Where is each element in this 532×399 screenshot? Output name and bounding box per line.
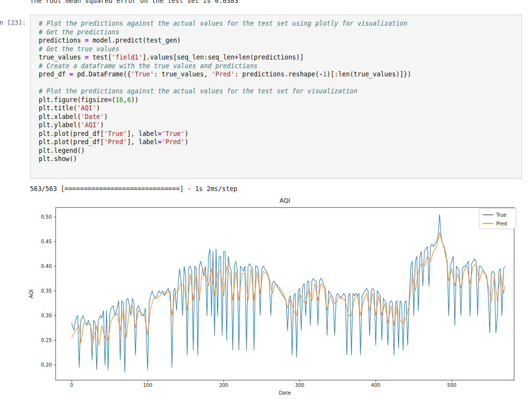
code-line: predictions = model.predict(test_gen) bbox=[39, 36, 521, 45]
code-line: plt.plot(pred_df['Pred'], label='Pred') bbox=[39, 138, 521, 147]
x-axis: 0100200300400500 bbox=[70, 380, 457, 388]
legend-label: Pred bbox=[496, 221, 507, 226]
svg-text:400: 400 bbox=[371, 383, 380, 388]
x-axis-label: Date bbox=[279, 390, 291, 396]
stdout-rmse-text: The root mean squared error on the test … bbox=[30, 0, 238, 4]
code-line bbox=[39, 79, 521, 88]
legend-label: True bbox=[496, 212, 506, 218]
chart-title: AQI bbox=[280, 197, 290, 204]
svg-text:200: 200 bbox=[219, 383, 228, 388]
legend: TruePred bbox=[479, 208, 516, 229]
svg-text:0.25: 0.25 bbox=[41, 338, 52, 343]
code-area[interactable]: # Plot the predictions against the actua… bbox=[30, 15, 521, 163]
y-axis: 0.200.250.300.350.400.450.50 bbox=[41, 214, 56, 368]
svg-text:0.50: 0.50 bbox=[41, 214, 52, 220]
code-line: plt.xlabel('Date') bbox=[39, 113, 521, 121]
code-line: # Get the true values bbox=[39, 45, 521, 54]
chart-output-area: AQIDateAQI01002003004005000.200.250.300.… bbox=[0, 196, 532, 399]
code-line: plt.ylabel('AQI') bbox=[39, 121, 521, 130]
cell-input-prompt: In [23]: bbox=[0, 19, 26, 26]
code-line: # Create a dataframe with the true value… bbox=[39, 62, 521, 71]
code-cell[interactable]: # Plot the predictions against the actua… bbox=[30, 15, 522, 179]
aqi-chart: AQIDateAQI01002003004005000.200.250.300.… bbox=[0, 196, 532, 399]
code-line: true_values = test['field1'].values[seq_… bbox=[39, 53, 521, 62]
code-line: plt.figure(figsize=(16,6)) bbox=[39, 96, 521, 104]
svg-text:0.20: 0.20 bbox=[41, 362, 52, 368]
svg-text:0.30: 0.30 bbox=[41, 313, 52, 318]
code-line: plt.plot(pred_df['True'], label='True') bbox=[39, 130, 521, 138]
y-axis-label: AQI bbox=[28, 289, 34, 298]
svg-text:100: 100 bbox=[143, 383, 152, 388]
code-line: plt.title('AQI') bbox=[39, 104, 521, 113]
svg-text:0.40: 0.40 bbox=[41, 264, 52, 269]
code-line: # Plot the predictions against the actua… bbox=[39, 19, 521, 28]
code-line: pred_df = pd.DataFrame({'True': true_val… bbox=[39, 70, 521, 79]
code-line: plt.show() bbox=[39, 155, 521, 163]
svg-text:0: 0 bbox=[70, 383, 73, 388]
svg-text:0.35: 0.35 bbox=[41, 288, 52, 294]
code-line: # Plot the predictions against the actua… bbox=[39, 87, 521, 96]
training-progress-text: 563/563 [==============================]… bbox=[30, 185, 237, 192]
code-line: # Get the predictions bbox=[39, 28, 521, 37]
code-line: plt.legend() bbox=[39, 147, 521, 155]
svg-text:0.45: 0.45 bbox=[41, 239, 52, 244]
svg-text:300: 300 bbox=[295, 383, 304, 388]
svg-text:500: 500 bbox=[447, 383, 457, 388]
